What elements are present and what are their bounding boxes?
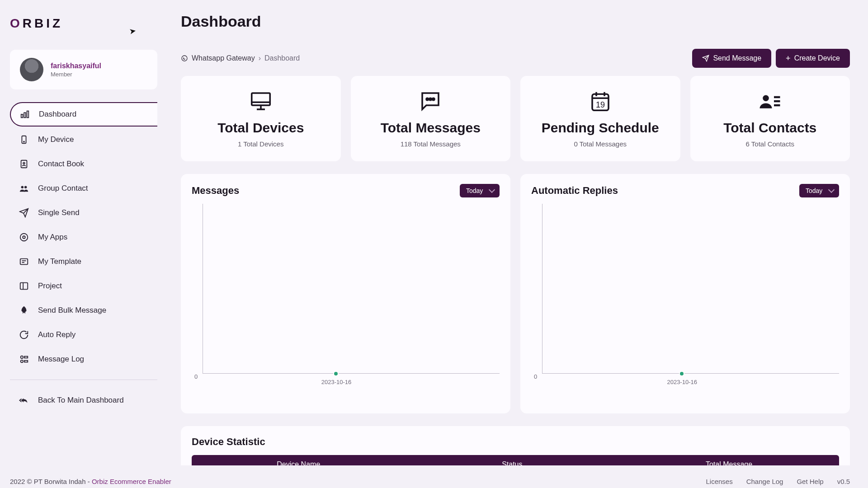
reply-all-icon (19, 395, 29, 405)
svg-rect-1 (24, 113, 26, 117)
stat-title: Total Devices (190, 120, 332, 136)
sidebar-nav: Dashboard My Device Contact Book Group C… (10, 102, 157, 412)
template-icon (19, 257, 29, 267)
svg-point-17 (21, 360, 24, 363)
stat-subtitle: 0 Total Messages (529, 140, 671, 148)
footer-company-link[interactable]: Orbiz Ecommerce Enabler (92, 478, 171, 485)
avatar (20, 58, 43, 81)
device-stat-title: Device Statistic (192, 436, 839, 448)
contacts-icon (699, 89, 841, 114)
sidebar-item-label: My Device (38, 135, 74, 144)
chart-canvas: 0 2023-10-16 (192, 204, 500, 394)
chart-messages: Messages Today 0 2023-10-16 (181, 174, 510, 413)
x-axis (203, 373, 500, 374)
topbar: Whatsapp Gateway › Dashboard Send Messag… (181, 49, 850, 68)
col-status: Status (406, 455, 619, 465)
chart-range-select[interactable]: Today (799, 184, 839, 197)
svg-point-27 (433, 98, 435, 100)
stat-title: Total Contacts (699, 120, 841, 136)
col-total-message: Total Message (619, 455, 839, 465)
svg-rect-11 (20, 259, 28, 265)
stat-row: Total Devices 1 Total Devices Total Mess… (181, 76, 850, 161)
breadcrumb-current: Dashboard (264, 54, 300, 62)
sidebar-item-auto-reply[interactable]: Auto Reply (10, 324, 157, 346)
svg-point-9 (20, 234, 28, 241)
svg-point-8 (24, 186, 27, 189)
sidebar-item-message-log[interactable]: Message Log (10, 348, 157, 371)
message-icon (360, 89, 502, 114)
svg-rect-18 (24, 357, 28, 358)
stat-title: Total Messages (360, 120, 502, 136)
group-icon (19, 183, 29, 193)
svg-point-16 (21, 356, 24, 359)
chart-canvas: 0 2023-10-16 (531, 204, 839, 394)
y-tick: 0 (534, 373, 537, 380)
refresh-icon (19, 330, 29, 340)
chart-bar-icon (20, 109, 30, 119)
breadcrumb-root[interactable]: Whatsapp Gateway (192, 54, 255, 62)
sidebar-item-label: My Template (38, 257, 81, 266)
svg-rect-19 (24, 361, 28, 362)
footer-link-licenses[interactable]: Licenses (706, 478, 732, 485)
data-point (679, 371, 684, 376)
send-message-button[interactable]: Send Message (692, 49, 771, 68)
rocket-icon (19, 305, 29, 315)
device-statistic-card: Device Statistic Device Name Status Tota… (181, 426, 850, 465)
sidebar-item-send-bulk[interactable]: Send Bulk Message (10, 299, 157, 322)
brand-logo: ORBIZ (10, 16, 63, 31)
sidebar-item-project[interactable]: Project (10, 275, 157, 297)
create-device-button[interactable]: + Create Device (776, 49, 850, 68)
sidebar-item-back-main[interactable]: Back To Main Dashboard (10, 389, 157, 412)
y-axis (203, 204, 203, 374)
breadcrumb-sep: › (259, 54, 261, 62)
footer-link-gethelp[interactable]: Get Help (797, 478, 823, 485)
sidebar-item-label: Dashboard (39, 110, 76, 119)
svg-text:19: 19 (596, 100, 605, 109)
sidebar-item-group-contact[interactable]: Group Contact (10, 177, 157, 200)
send-icon (702, 55, 709, 62)
sidebar-item-my-template[interactable]: My Template (10, 250, 157, 273)
svg-rect-0 (21, 114, 23, 117)
x-tick: 2023-10-16 (321, 379, 352, 385)
chart-row: Messages Today 0 2023-10-16 Automatic Re… (181, 174, 850, 413)
x-axis (542, 373, 839, 374)
footer-link-changelog[interactable]: Change Log (746, 478, 783, 485)
apps-icon (19, 232, 29, 242)
chart-title: Messages (192, 185, 239, 197)
sidebar-item-label: Contact Book (38, 160, 84, 169)
svg-rect-21 (252, 93, 270, 105)
sidebar-item-label: Auto Reply (38, 330, 75, 339)
cursor-icon: ➤ (128, 26, 137, 37)
svg-point-20 (182, 56, 187, 61)
sidebar-item-my-device[interactable]: My Device (10, 128, 157, 151)
chart-title: Automatic Replies (531, 185, 618, 197)
svg-point-25 (426, 98, 429, 100)
device-icon (19, 135, 29, 145)
stat-subtitle: 118 Total Messages (360, 140, 502, 148)
chart-range-select[interactable]: Today (460, 184, 500, 197)
y-tick: 0 (194, 373, 198, 380)
sidebar-item-contact-book[interactable]: Contact Book (10, 153, 157, 175)
col-device-name: Device Name (192, 455, 406, 465)
calendar-icon: 19 (529, 89, 671, 114)
sidebar-item-dashboard[interactable]: Dashboard (10, 102, 157, 127)
user-card[interactable]: fariskhasyaiful Member (10, 50, 157, 89)
footer-copyright: 2022 © PT Borwita Indah - Orbiz Ecommerc… (10, 478, 171, 485)
sidebar-item-label: Message Log (38, 355, 84, 364)
svg-rect-14 (20, 283, 28, 290)
svg-point-4 (24, 141, 24, 142)
sidebar-item-my-apps[interactable]: My Apps (10, 226, 157, 249)
contact-book-icon (19, 159, 29, 169)
sidebar: fariskhasyaiful Member Dashboard My Devi… (0, 41, 167, 412)
svg-point-6 (23, 162, 25, 164)
stat-subtitle: 6 Total Contacts (699, 140, 841, 148)
stat-total-messages: Total Messages 118 Total Messages (351, 76, 511, 161)
main-content: Total Devices 1 Total Devices Total Mess… (181, 76, 850, 465)
top-actions: Send Message + Create Device (692, 49, 850, 68)
stat-title: Pending Schedule (529, 120, 671, 136)
log-icon (19, 354, 29, 364)
sidebar-item-label: Single Send (38, 208, 80, 217)
whatsapp-icon (181, 55, 188, 62)
sidebar-item-single-send[interactable]: Single Send (10, 202, 157, 224)
sidebar-item-label: Send Bulk Message (38, 306, 106, 315)
